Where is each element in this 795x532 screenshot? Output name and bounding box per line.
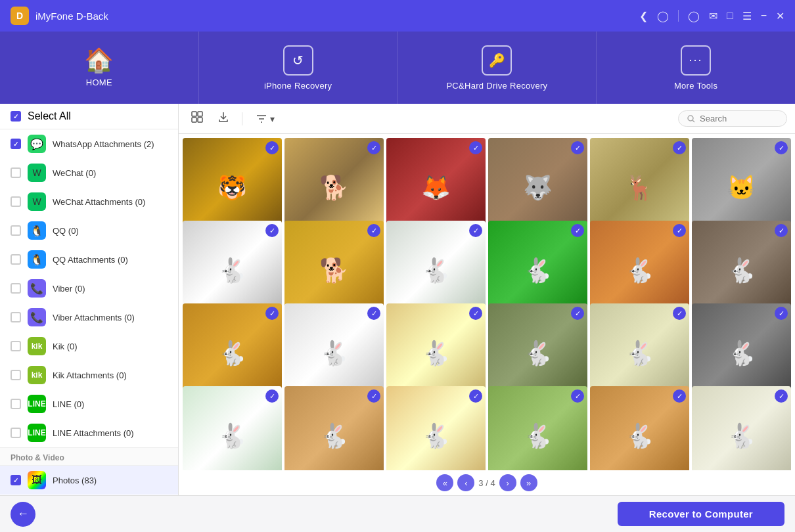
- viber-attachments-label: Viber Attachments (0): [53, 313, 135, 322]
- photo-content: 🐇: [217, 422, 247, 450]
- line-attachments-checkbox[interactable]: [11, 428, 21, 438]
- photos-checkbox[interactable]: [11, 475, 21, 485]
- wechat-attachments-icon: W: [28, 192, 46, 211]
- close-icon[interactable]: ✕: [776, 10, 784, 22]
- titlebar-icons: ❮ ◯ ◯ ✉ □ ☰ − ✕: [639, 10, 784, 22]
- photo-cell[interactable]: 🐇 ✓: [488, 386, 587, 470]
- photo-cell[interactable]: 🐇 ✓: [386, 386, 486, 470]
- line-icon: LINE: [28, 395, 46, 413]
- nav-iphone-recovery[interactable]: ↺ iPhone Recovery: [199, 32, 398, 104]
- photo-content: 🐇: [523, 257, 553, 284]
- photo-content: 🐇: [523, 340, 553, 367]
- qq-attachments-checkbox[interactable]: [11, 254, 21, 265]
- qq-label: QQ (0): [53, 226, 79, 236]
- whatsapp-label: WhatsApp Attachments (2): [53, 139, 154, 149]
- wechat-checkbox[interactable]: [11, 167, 21, 178]
- whatsapp-icon: 💬: [28, 135, 46, 153]
- next-page-button[interactable]: ›: [499, 474, 516, 491]
- viber-attachments-checkbox[interactable]: [11, 312, 21, 322]
- minimize-icon[interactable]: −: [761, 10, 767, 22]
- nav-more-tools-label: More Tools: [674, 81, 717, 91]
- sidebar-item-qq-attachments[interactable]: 🐧 QQ Attachments (0): [0, 245, 178, 274]
- photo-check-18: ✓: [775, 307, 788, 320]
- nav-pc-recovery[interactable]: 🔑 PC&Hard Drive Recovery: [398, 32, 597, 104]
- select-all-checkbox[interactable]: [11, 111, 21, 122]
- photo-check-11: ✓: [673, 224, 686, 237]
- nav-home[interactable]: 🏠 HOME: [0, 32, 199, 104]
- photo-check-17: ✓: [673, 307, 686, 320]
- kik-attachments-checkbox[interactable]: [11, 370, 21, 380]
- photo-cell[interactable]: 🐇 ✓: [183, 386, 282, 470]
- search-box[interactable]: [678, 110, 787, 127]
- svg-rect-2: [192, 118, 196, 122]
- photo-check-7: ✓: [265, 224, 279, 237]
- sidebar-item-qq[interactable]: 🐧 QQ (0): [0, 216, 178, 245]
- content-toolbar: ▾: [179, 104, 795, 134]
- filter-button[interactable]: ▾: [250, 110, 280, 127]
- menu-icon[interactable]: ☰: [742, 10, 752, 22]
- photo-content: 🐇: [727, 422, 756, 450]
- sidebar-item-viber-attachments[interactable]: 📞 Viber Attachments (0): [0, 303, 178, 332]
- qq-attachments-icon: 🐧: [28, 250, 46, 269]
- sidebar-item-wechat[interactable]: W WeChat (0): [0, 158, 178, 187]
- sidebar-item-viber[interactable]: 📞 Viber (0): [0, 274, 178, 303]
- search-input[interactable]: [700, 114, 779, 123]
- nav-pc-recovery-label: PC&Hard Drive Recovery: [446, 81, 547, 91]
- whatsapp-checkbox[interactable]: [11, 139, 21, 149]
- photo-check-8: ✓: [367, 224, 380, 237]
- nav-iphone-recovery-label: iPhone Recovery: [264, 81, 332, 91]
- sidebar: Select All 💬 WhatsApp Attachments (2) W …: [0, 104, 179, 495]
- photo-check-13: ✓: [265, 307, 279, 320]
- photo-cell[interactable]: 🐇 ✓: [590, 386, 689, 470]
- app-title: iMyFone D-Back: [35, 11, 639, 22]
- prev-page-button[interactable]: ‹: [457, 474, 474, 491]
- wechat-attachments-checkbox[interactable]: [11, 196, 21, 207]
- sidebar-item-whatsapp-attachments[interactable]: 💬 WhatsApp Attachments (2): [0, 129, 178, 158]
- sidebar-item-wechat-attachments[interactable]: W WeChat Attachments (0): [0, 187, 178, 216]
- filter-chevron-icon: ▾: [270, 114, 275, 124]
- sidebar-scroll-indicator: ▼▼: [0, 495, 178, 495]
- kik-checkbox[interactable]: [11, 341, 21, 351]
- sidebar-item-photos[interactable]: 🖼 Photos (83): [0, 466, 178, 495]
- photos-label: Photos (83): [53, 476, 97, 485]
- share-icon[interactable]: ❮: [639, 10, 648, 22]
- sidebar-item-line[interactable]: LINE LINE (0): [0, 389, 178, 418]
- export-button[interactable]: [213, 108, 234, 129]
- select-all-header[interactable]: Select All: [0, 104, 178, 129]
- nav-more-tools[interactable]: ··· More Tools: [597, 32, 795, 104]
- photo-video-section: Photo & Video: [0, 447, 178, 466]
- grid-view-button[interactable]: [187, 108, 208, 129]
- photo-check-10: ✓: [571, 224, 584, 237]
- recover-button[interactable]: Recover to Computer: [618, 502, 784, 526]
- sidebar-item-kik[interactable]: kik Kik (0): [0, 332, 178, 361]
- search-icon: [687, 114, 696, 123]
- user-icon[interactable]: ◯: [657, 10, 669, 22]
- photo-content: 🐇: [625, 257, 654, 284]
- last-page-button[interactable]: »: [520, 474, 537, 491]
- photo-content: 🐇: [217, 340, 247, 367]
- more-tools-icon: ···: [681, 45, 711, 76]
- line-label: LINE (0): [53, 399, 84, 409]
- sidebar-item-line-attachments[interactable]: LINE LINE Attachments (0): [0, 418, 178, 447]
- line-attachments-label: LINE Attachments (0): [53, 428, 134, 438]
- photos-icon: 🖼: [28, 471, 46, 489]
- pc-recovery-icon: 🔑: [482, 45, 512, 76]
- viber-checkbox[interactable]: [11, 283, 21, 294]
- photo-content: 🐇: [727, 257, 756, 284]
- photo-content: 🐇: [319, 422, 349, 450]
- photo-content: 🐱: [727, 174, 756, 202]
- photo-cell[interactable]: 🐇 ✓: [284, 386, 384, 470]
- first-page-button[interactable]: «: [436, 474, 453, 491]
- chat-icon[interactable]: □: [727, 10, 733, 22]
- qq-attachments-label: QQ Attachments (0): [53, 255, 128, 265]
- back-button[interactable]: ←: [11, 502, 35, 527]
- photo-content: 🐇: [523, 422, 553, 450]
- titlebar: D iMyFone D-Back ❮ ◯ ◯ ✉ □ ☰ − ✕: [0, 0, 795, 32]
- mail-icon[interactable]: ✉: [709, 10, 717, 22]
- wechat-attachments-label: WeChat Attachments (0): [53, 197, 145, 207]
- sidebar-item-kik-attachments[interactable]: kik Kik Attachments (0): [0, 361, 178, 389]
- line-checkbox[interactable]: [11, 399, 21, 409]
- photo-cell[interactable]: 🐇 ✓: [692, 386, 791, 470]
- location-icon[interactable]: ◯: [688, 10, 700, 22]
- qq-checkbox[interactable]: [11, 225, 21, 236]
